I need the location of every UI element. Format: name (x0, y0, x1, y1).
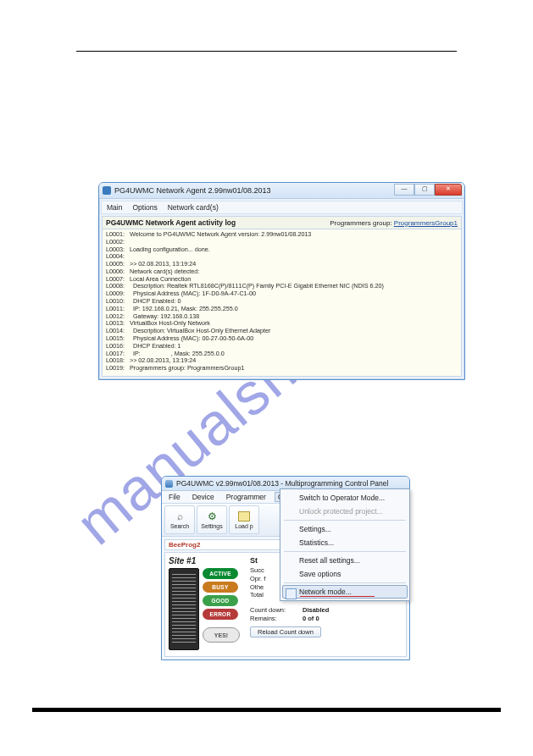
folder-icon (238, 510, 250, 522)
dropdown-switch-operator[interactable]: Switch to Operator Mode... (282, 491, 408, 505)
window-titlebar[interactable]: PG4UWMC Network Agent 2.99nw01/08.2013 —… (99, 183, 464, 199)
site-left: Site #1 ACTIVE BUSY GOOD ERROR YES! (169, 556, 245, 653)
zif-socket-icon (169, 568, 199, 650)
dropdown-statistics[interactable]: Statistics... (282, 536, 408, 549)
programmer-name: BeeProg2 (169, 541, 200, 549)
menu-file[interactable]: File (165, 492, 184, 502)
reload-countdown-button[interactable]: Reload Count down (250, 626, 321, 637)
countdown-label: Count down: (250, 606, 296, 615)
settings-label: Settings (201, 523, 222, 529)
led-column: ACTIVE BUSY GOOD ERROR (203, 568, 238, 620)
menu-device[interactable]: Device (189, 492, 218, 502)
remains-value: 0 of 0 (303, 615, 319, 623)
highlight-underline (300, 596, 375, 597)
socket-pins-icon (172, 574, 196, 644)
programmers-group-label: Programmers group: ProgrammersGroup1 (330, 219, 458, 227)
app-icon (103, 186, 111, 195)
led-busy: BUSY (203, 582, 238, 593)
menubar: Main Options Network card(s) (101, 201, 463, 214)
search-button[interactable]: ⌕ Search (164, 505, 195, 534)
search-label: Search (170, 523, 189, 529)
activity-log-panel: PG4UWMC Network Agent activity log Progr… (102, 216, 462, 377)
search-icon: ⌕ (174, 510, 186, 522)
activity-log-header: PG4UWMC Network Agent activity log Progr… (103, 217, 461, 229)
checkbox-icon (286, 588, 297, 599)
activity-log-title: PG4UWMC Network Agent activity log (106, 218, 236, 227)
minimize-button[interactable]: — (394, 184, 414, 196)
menu-main[interactable]: Main (107, 203, 122, 212)
dropdown-unlock-project: Unlock protected project... (282, 505, 408, 518)
programmers-group-caption: Programmers group: (330, 219, 391, 227)
close-button[interactable]: ✕ (435, 184, 462, 196)
led-good: GOOD (203, 595, 238, 606)
yes-button[interactable]: YES! (203, 627, 240, 643)
window-title: PG4UWMC Network Agent 2.99nw01/08.2013 (114, 186, 271, 195)
dropdown-separator (284, 520, 406, 521)
dropdown-reset-all[interactable]: Reset all settings... (282, 554, 408, 567)
control-panel-window: PG4UWMC v2.99nw01/08.2013 - Multiprogram… (161, 476, 410, 660)
menu-network-cards[interactable]: Network card(s) (168, 203, 219, 212)
window-controls: — ▢ ✕ (394, 184, 462, 196)
remains-label: Remains: (250, 615, 296, 623)
led-active: ACTIVE (203, 568, 238, 579)
dropdown-network-mode[interactable]: Network mode... (282, 585, 408, 599)
page-rule-bottom (32, 708, 501, 712)
menu-options[interactable]: Options (132, 203, 157, 212)
maximize-button[interactable]: ▢ (414, 184, 435, 196)
settings-button[interactable]: ⚙ Settings (197, 505, 227, 534)
site-title: Site #1 (169, 556, 245, 566)
dropdown-separator (284, 551, 406, 552)
countdown-value: Disabled (303, 606, 329, 615)
load-project-button[interactable]: Load p (229, 505, 259, 534)
activity-log-text[interactable]: L0001: Welcome to PG4UWMC Network Agent … (103, 229, 461, 376)
dropdown-save-options[interactable]: Save options (282, 567, 408, 581)
menu-programmer[interactable]: Programmer (223, 492, 269, 502)
site-hardware: ACTIVE BUSY GOOD ERROR YES! (169, 568, 245, 653)
window-title: PG4UWMC v2.99nw01/08.2013 - Multiprogram… (176, 479, 388, 488)
dropdown-settings[interactable]: Settings... (282, 522, 408, 536)
page-rule-top (76, 51, 457, 52)
dropdown-network-mode-label: Network mode... (299, 588, 352, 596)
network-agent-window: PG4UWMC Network Agent 2.99nw01/08.2013 —… (98, 182, 465, 380)
app-icon (165, 480, 173, 488)
options-dropdown: Switch to Operator Mode... Unlock protec… (280, 488, 410, 601)
gear-icon: ⚙ (206, 510, 218, 522)
programmers-group-link[interactable]: ProgrammersGroup1 (394, 219, 458, 227)
load-project-label: Load p (235, 523, 253, 529)
dropdown-separator (284, 582, 406, 583)
led-error: ERROR (203, 609, 238, 620)
